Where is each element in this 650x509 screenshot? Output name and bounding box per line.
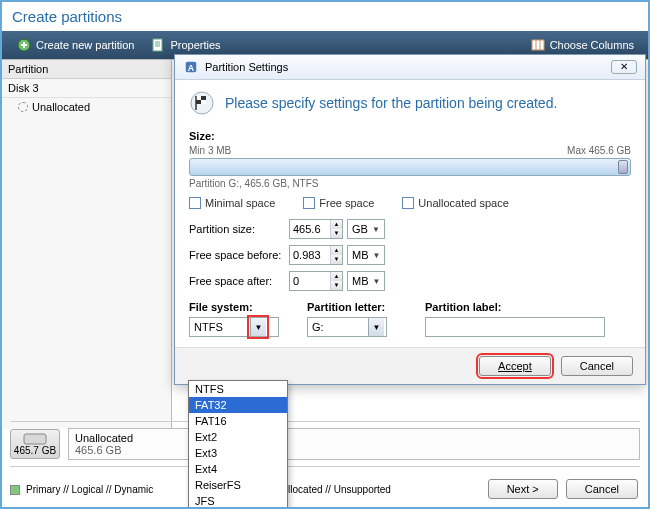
page-title: Create partitions	[2, 2, 648, 31]
dialog-subtitle: Please specify settings for the partitio…	[225, 95, 557, 111]
svg-rect-8	[201, 100, 206, 104]
next-button[interactable]: Next >	[488, 479, 558, 499]
dropdown-option[interactable]: FAT16	[189, 413, 287, 429]
partition-size-input[interactable]: ▲▼	[289, 219, 343, 239]
dropdown-option[interactable]: FAT32	[189, 397, 287, 413]
columns-icon	[530, 37, 546, 53]
disk-icon: 465.7 GB	[10, 429, 60, 459]
min-size: Min 3 MB	[189, 145, 231, 156]
dropdown-option[interactable]: Ext2	[189, 429, 287, 445]
free-before-unit[interactable]: MB▼	[347, 245, 385, 265]
toolbar-label: Properties	[170, 39, 220, 51]
svg-rect-10	[24, 434, 46, 444]
dropdown-option[interactable]: Ext4	[189, 461, 287, 477]
flag-icon	[189, 90, 215, 116]
partition-settings-dialog: A Partition Settings ✕ Please specify se…	[174, 54, 646, 385]
properties-button[interactable]: Properties	[142, 34, 228, 56]
legend-primary: Primary // Logical // Dynamic	[26, 484, 153, 495]
tree-unallocated[interactable]: Unallocated	[2, 98, 171, 116]
free-before-input[interactable]: ▲▼	[289, 245, 343, 265]
size-label: Size:	[189, 130, 631, 142]
free-after-label: Free space after:	[189, 275, 289, 287]
dropdown-option[interactable]: Ext3	[189, 445, 287, 461]
page-icon	[150, 37, 166, 53]
app-icon: A	[183, 59, 199, 75]
disk-bar[interactable]: Unallocated 465.6 GB	[68, 428, 640, 460]
disk-row: 465.7 GB Unallocated 465.6 GB	[10, 421, 640, 467]
disk-bar-size: 465.6 GB	[75, 444, 133, 456]
slider-handle[interactable]	[618, 160, 628, 174]
slider-caption: Partition G:, 465.6 GB, NTFS	[189, 178, 631, 189]
close-icon[interactable]: ✕	[611, 60, 637, 74]
free-before-label: Free space before:	[189, 249, 289, 261]
chevron-down-icon[interactable]: ▼	[250, 318, 266, 336]
dropdown-option[interactable]: JFS	[189, 493, 287, 509]
legend-swatch-primary	[10, 485, 20, 495]
partition-size-label: Partition size:	[189, 223, 289, 235]
svg-rect-1	[153, 39, 162, 51]
max-size: Max 465.6 GB	[567, 145, 631, 156]
choose-columns-button[interactable]: Choose Columns	[522, 34, 642, 56]
plus-disk-icon	[16, 37, 32, 53]
chevron-down-icon[interactable]: ▼	[368, 318, 384, 336]
tree-disk[interactable]: Disk 3	[2, 79, 171, 98]
sidebar-header: Partition	[2, 60, 171, 79]
sidebar: Partition Disk 3 Unallocated	[2, 60, 172, 429]
minimal-space-checkbox[interactable]: Minimal space	[189, 197, 275, 209]
cancel-button[interactable]: Cancel	[561, 356, 633, 376]
filesystem-combo[interactable]: ▼	[189, 317, 279, 337]
partition-letter-combo[interactable]: ▼	[307, 317, 387, 337]
free-space-checkbox[interactable]: Free space	[303, 197, 374, 209]
unallocated-space-checkbox[interactable]: Unallocated space	[402, 197, 509, 209]
accept-button[interactable]: Accept	[479, 356, 551, 376]
free-after-input[interactable]: ▲▼	[289, 271, 343, 291]
dialog-titlebar: A Partition Settings ✕	[175, 55, 645, 80]
free-after-unit[interactable]: MB▼	[347, 271, 385, 291]
create-partition-button[interactable]: Create new partition	[8, 34, 142, 56]
dropdown-option[interactable]: ReiserFS	[189, 477, 287, 493]
partition-size-unit[interactable]: GB▼	[347, 219, 385, 239]
dropdown-option[interactable]: NTFS	[189, 381, 287, 397]
cancel-button[interactable]: Cancel	[566, 479, 638, 499]
toolbar-label: Create new partition	[36, 39, 134, 51]
toolbar-label: Choose Columns	[550, 39, 634, 51]
svg-rect-2	[532, 40, 544, 50]
dialog-title-text: Partition Settings	[205, 61, 288, 73]
tree-label: Unallocated	[32, 101, 90, 113]
size-slider[interactable]	[189, 158, 631, 176]
svg-text:A: A	[188, 63, 195, 73]
filesystem-label: File system:	[189, 301, 299, 313]
disk-bar-title: Unallocated	[75, 432, 133, 444]
partition-label-label: Partition label:	[425, 301, 631, 313]
partition-label-input[interactable]	[425, 317, 605, 337]
unallocated-icon	[18, 102, 28, 112]
filesystem-dropdown-list: NTFSFAT32FAT16Ext2Ext3Ext4ReiserFSJFSLin…	[188, 380, 288, 509]
disk-capacity: 465.7 GB	[14, 445, 56, 456]
partition-letter-label: Partition letter:	[307, 301, 417, 313]
